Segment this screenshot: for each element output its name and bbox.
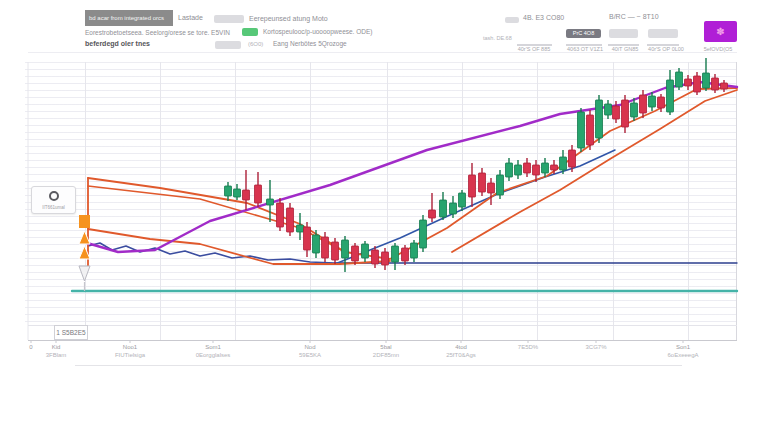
x-axis-label-bottom: 6oExeeegA xyxy=(667,351,698,359)
toolbar-row3-left: beferdegd oler tnes xyxy=(85,40,150,47)
x-axis-label: 3CG7% xyxy=(585,343,606,351)
x-axis-label: 4tod25fT0&Ags xyxy=(446,343,476,359)
toolbar-pill-2[interactable] xyxy=(505,17,519,23)
axis-price-label: 1 S5B2E5 xyxy=(54,325,88,340)
x-axis-label-bottom: 3CG7% xyxy=(585,343,606,351)
trading-app-window: bd acar from integrated orcs Lastade Eer… xyxy=(0,0,760,426)
x-axis-label-top: Son1 xyxy=(667,343,698,351)
circle-logo-icon xyxy=(49,191,59,201)
x-axis-label-bottom: FIUTielsiga xyxy=(115,351,145,359)
tab-1[interactable]: 40r'S OF 885 xyxy=(518,46,551,52)
x-axis-label: Kid3FBlam xyxy=(46,343,67,359)
toolbar-note: tash. DE.68 xyxy=(483,35,512,41)
x-axis-label-bottom: 3FBlam xyxy=(46,351,67,359)
x-axis-label-top: Som1 xyxy=(196,343,231,351)
up-indicator-pill[interactable] xyxy=(242,28,258,36)
sparkle-icon: ✽ xyxy=(716,26,724,37)
x-axis-label-bottom: 25fT0&Ags xyxy=(446,351,476,359)
x-axis-label-bottom: 2DF85mn xyxy=(373,351,399,359)
tab-5[interactable]: 5efOVD(O5 xyxy=(704,46,733,52)
x-axis-label-top: 0 xyxy=(29,343,32,351)
toolbar-row2-text: Kortospeulooc/p-uoooopweese. ODE) xyxy=(263,28,372,35)
toolbar-row2-left: Eorestrobetoetseea. Seelorg/orese se tor… xyxy=(85,29,230,36)
x-axis-label: 5bal2DF85mn xyxy=(373,343,399,359)
toolbar-pill-4[interactable] xyxy=(648,29,678,38)
chart-gridlines-background xyxy=(25,62,737,325)
tab-3[interactable]: 40iT GN85 xyxy=(612,46,639,52)
tab-2[interactable]: 4063 OT V1Z1 xyxy=(567,46,603,52)
tab-4[interactable]: 40r'S OP 0L00 xyxy=(648,46,684,52)
toolbar-row3-text: Eang Nerbötes 5Qrozoge xyxy=(273,40,347,47)
price-readout: 4B. E3 CO80 xyxy=(523,14,564,21)
toolbar-label: Lastade xyxy=(178,14,203,21)
x-axis-label: 0 xyxy=(29,343,32,351)
toolbar-pill-1[interactable] xyxy=(214,15,244,23)
watermark-text: IIT661umal xyxy=(32,205,75,211)
x-axis-label-bottom: 0Eorgglalses xyxy=(196,351,231,359)
chart-title-bar[interactable]: bd acar from integrated orcs xyxy=(85,10,173,26)
x-axis-label: 7E5D% xyxy=(518,343,538,351)
x-axis-label-top: 4tod xyxy=(446,343,476,351)
toolbar-pill-3[interactable] xyxy=(609,29,638,38)
action-button[interactable]: ✽ xyxy=(704,21,737,42)
toolbar-row1-text: Eerepeunsed atung Moto xyxy=(249,15,328,22)
x-axis-label: Noo1FIUTielsiga xyxy=(115,343,145,359)
x-axis-label-bottom: 59E5KA xyxy=(299,351,321,359)
x-axis-label: Som10Eorgglalses xyxy=(196,343,231,359)
toolbar-row3-code: (6O0) xyxy=(248,41,263,47)
x-axis-label-top: 5bal xyxy=(373,343,399,351)
x-axis-label-top: Noo1 xyxy=(115,343,145,351)
x-axis-label-top: Kid xyxy=(46,343,67,351)
x-axis-label-top: Nod xyxy=(299,343,321,351)
x-axis-label-bottom: 7E5D% xyxy=(518,343,538,351)
toolbar-pill-5[interactable] xyxy=(215,41,241,49)
watermark-badge[interactable]: IIT661umal xyxy=(31,186,76,214)
x-axis-label: Son16oExeeegA xyxy=(667,343,698,359)
x-axis-label: Nod59E5KA xyxy=(299,343,321,359)
mode-pill[interactable]: PrC 4O8 xyxy=(566,29,601,38)
symbol-readout: B/RC — ~ 8T10 xyxy=(609,13,659,20)
